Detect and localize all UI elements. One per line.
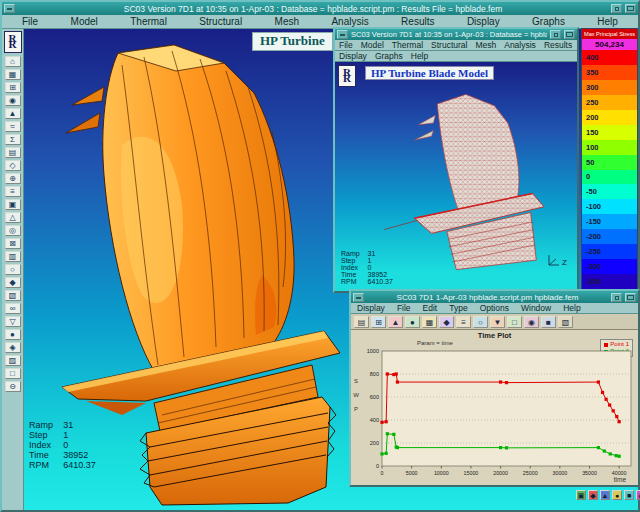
tool-icon[interactable]: ∞	[5, 303, 21, 314]
tool-icon[interactable]: ⊠	[5, 238, 21, 249]
menu-item[interactable]: File	[16, 16, 44, 27]
axis-label: Z	[562, 258, 567, 267]
tool-icon[interactable]: ▧	[5, 290, 21, 301]
toolbar-icon[interactable]: □	[507, 316, 522, 328]
taskbar-icon[interactable]: ◆	[588, 490, 598, 500]
menu-item[interactable]: Help	[591, 16, 624, 27]
logo-letter: R	[9, 40, 17, 49]
model-window: SC03 Version 7D1 at 10:35 on 1-Apr-03 : …	[333, 27, 579, 293]
tool-icon[interactable]: ▽	[5, 316, 21, 327]
toolbar-icon[interactable]: ▧	[558, 316, 573, 328]
color-scale-entry: -50	[582, 184, 637, 199]
maximize-button[interactable]	[625, 4, 636, 13]
tool-icon[interactable]: ⊞	[5, 82, 21, 93]
menu-item[interactable]: Mesh	[269, 16, 305, 27]
toolbar-icon[interactable]: ▦	[422, 316, 437, 328]
menu-item[interactable]: Thermal	[124, 16, 173, 27]
toolbar-icon[interactable]: ▼	[490, 316, 505, 328]
taskbar-icon[interactable]: ●	[612, 490, 622, 500]
tool-icon[interactable]: ▨	[5, 355, 21, 366]
plot-menu-bar: DisplayFileEditTypeOptionsWindowHelp	[351, 303, 638, 314]
status-row: Ramp31	[341, 250, 393, 257]
taskbar-icon[interactable]: ■	[624, 490, 634, 500]
menu-item[interactable]: Help	[557, 303, 586, 313]
menu-item[interactable]: Model	[357, 40, 388, 50]
window-menu-button[interactable]	[353, 293, 364, 302]
menu-item[interactable]: Results	[395, 16, 440, 27]
tool-icon[interactable]: ≈	[5, 121, 21, 132]
menu-item[interactable]: Model	[65, 16, 104, 27]
tool-icon[interactable]: ⊕	[5, 173, 21, 184]
chart-title: Time Plot	[351, 331, 638, 340]
menu-item[interactable]: Type	[443, 303, 473, 313]
tool-icon[interactable]: ●	[5, 329, 21, 340]
toolbar-icon[interactable]: ●	[405, 316, 420, 328]
tool-icon[interactable]: ≡	[5, 186, 21, 197]
menu-item[interactable]: File	[335, 40, 357, 50]
menu-item[interactable]: Structural	[193, 16, 248, 27]
toolbar-icon[interactable]: ≡	[456, 316, 471, 328]
taskbar-icon[interactable]: ▣	[576, 490, 586, 500]
tool-icon[interactable]: ▲	[5, 108, 21, 119]
toolbar-icon[interactable]: ▲	[388, 316, 403, 328]
menu-item[interactable]: Options	[474, 303, 515, 313]
plot-window-titlebar[interactable]: SC03 7D1 1-Apr-03 hpblade.script.pm hpbl…	[351, 291, 638, 303]
menu-item[interactable]: File	[391, 303, 417, 313]
menu-item[interactable]: Mesh	[471, 40, 500, 50]
menu-item[interactable]: Thermal	[388, 40, 427, 50]
maximize-button[interactable]	[564, 30, 575, 39]
tool-icon[interactable]: △	[5, 212, 21, 223]
tool-icon[interactable]: ▥	[5, 251, 21, 262]
tool-icon[interactable]: ◈	[5, 342, 21, 353]
tool-icon[interactable]: ◉	[5, 95, 21, 106]
menu-item[interactable]: Window	[515, 303, 557, 313]
tool-icon[interactable]: □	[5, 368, 21, 379]
plot-window-title: SC03 7D1 1-Apr-03 hpblade.script.pm hpbl…	[367, 293, 608, 302]
window-menu-button[interactable]	[337, 30, 348, 39]
tool-icon[interactable]: ▤	[5, 147, 21, 158]
menu-item[interactable]: Results	[540, 40, 576, 50]
minimize-button[interactable]	[550, 30, 561, 39]
tool-icon[interactable]: ▣	[5, 199, 21, 210]
stress-color-scale: Max Principal Stress 504,234 400 350 300…	[581, 28, 638, 290]
tool-icon[interactable]: ◆	[5, 277, 21, 288]
model-window-title: SC03 Version 7D1 at 10:35 on 1-Apr-03 : …	[351, 30, 547, 39]
menu-item[interactable]: Display	[351, 303, 391, 313]
menu-item[interactable]: Help	[407, 51, 432, 61]
minimize-button[interactable]	[611, 293, 622, 302]
minimize-button[interactable]	[611, 4, 622, 13]
toolbar-icon[interactable]: ◉	[524, 316, 539, 328]
menu-item[interactable]: Display	[461, 16, 506, 27]
toolbar-icon[interactable]: ◆	[439, 316, 454, 328]
tool-icon[interactable]: ⊖	[5, 381, 21, 392]
menu-item[interactable]: Graphs	[371, 51, 407, 61]
tool-icon[interactable]: ○	[5, 264, 21, 275]
maximize-button[interactable]	[625, 293, 636, 302]
svg-text:600: 600	[370, 394, 379, 400]
window-menu-button[interactable]	[4, 4, 15, 13]
menu-item[interactable]: Analysis	[325, 16, 374, 27]
model-3d-viewport[interactable]: R R HP Turbine Blade Model	[335, 62, 577, 291]
toolbar-icon[interactable]: ⊞	[371, 316, 386, 328]
model-window-titlebar[interactable]: SC03 Version 7D1 at 10:35 on 1-Apr-03 : …	[335, 29, 577, 40]
taskbar-icon[interactable]: ◉	[636, 490, 640, 500]
toolbar-icon[interactable]: ■	[541, 316, 556, 328]
x-axis-label: time	[614, 476, 626, 483]
main-window-titlebar[interactable]: SC03 Version 7D1 at 10:35 on 1-Apr-03 : …	[2, 2, 638, 15]
menu-item[interactable]: Graphs	[526, 16, 571, 27]
tool-icon[interactable]: ◇	[5, 160, 21, 171]
tool-icon[interactable]: ◎	[5, 225, 21, 236]
time-plot-chart[interactable]: 0200400600800100005000100001500020000250…	[354, 348, 637, 480]
tool-icon[interactable]: Σ	[5, 134, 21, 145]
plot-window: SC03 7D1 1-Apr-03 hpblade.script.pm hpbl…	[349, 289, 640, 487]
tool-icon[interactable]: ▦	[5, 69, 21, 80]
toolbar-icon[interactable]: ○	[473, 316, 488, 328]
menu-item[interactable]: Display	[335, 51, 371, 61]
menu-item[interactable]: Edit	[417, 303, 444, 313]
taskbar-icon[interactable]: ▲	[600, 490, 610, 500]
tool-icon[interactable]: ⌂	[5, 56, 21, 67]
menu-item[interactable]: Structural	[427, 40, 471, 50]
menu-item[interactable]: Analysis	[500, 40, 540, 50]
svg-text:15000: 15000	[464, 470, 479, 476]
toolbar-icon[interactable]: ▤	[354, 316, 369, 328]
